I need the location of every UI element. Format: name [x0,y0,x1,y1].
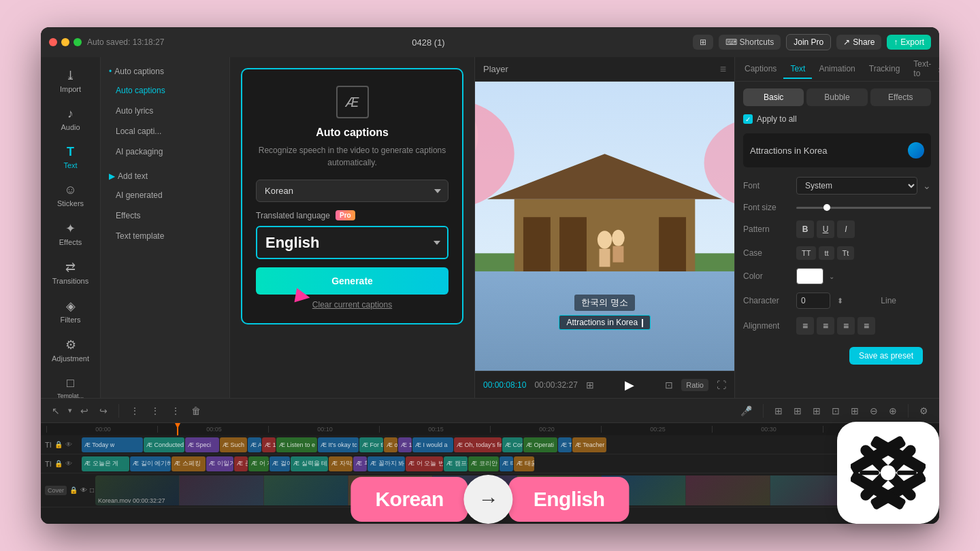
track-clip[interactable]: Æ 자막으 [329,456,353,471]
track-clip[interactable]: Æ Com [502,437,523,452]
share-button[interactable]: ↗ Share [836,35,881,50]
mic-button[interactable]: 🎤 [738,403,755,419]
track-clip[interactable]: Æ 태 [500,456,513,471]
align-center-button[interactable]: ≡ [817,317,834,335]
tool-audio[interactable]: ♪ Audio [45,101,97,137]
color-dropdown-icon[interactable]: ⌄ [829,273,834,280]
apply-all-checkbox[interactable]: ✓ [743,114,753,124]
color-swatch[interactable] [796,268,823,284]
track-clip[interactable]: Æ For tl [359,437,383,452]
export-button[interactable]: ↑ Export [887,35,931,50]
case-titlecase[interactable]: Tt [837,246,855,260]
play-button[interactable]: ▶ [625,378,634,393]
track-clip[interactable]: Æ Th [558,437,572,452]
add-text-section-header[interactable]: ▶ Add text [101,167,229,185]
track-clip[interactable]: Æ 어 자 [248,456,269,471]
sidebar-item-local-captions[interactable]: Local capti... [105,122,225,141]
english-language-select[interactable]: English [256,226,448,259]
font-expand-icon[interactable]: ⌄ [923,180,931,191]
style-tab-basic[interactable]: Basic [743,88,804,106]
style-tab-bubble[interactable]: Bubble [806,88,867,106]
align-justify-button[interactable]: ≡ [858,317,875,335]
track-clip[interactable]: Æ 1 [398,437,412,452]
track-clip[interactable]: Æ Such [220,437,247,452]
track-clip[interactable]: Æ 캠프를 [444,456,468,471]
style-tab-effects[interactable]: Effects [870,88,931,106]
track-clip[interactable]: Æ Today w [82,437,143,452]
settings-button[interactable]: ⚙ [917,403,931,419]
eye-icon[interactable]: 👁 [65,441,72,448]
fullscreen-icon[interactable]: ⛶ [717,380,726,390]
track-clip[interactable]: Æ 어 오늘 번께 게 [406,456,443,471]
track-clip[interactable]: Æ 이일거 [206,456,233,471]
tool-text[interactable]: T Text [45,139,97,175]
tl-action-2[interactable]: ⊞ [791,403,804,419]
tab-text[interactable]: Text [783,60,812,79]
track-clip[interactable]: Æ 오늘은 게 [82,456,129,471]
tab-animation[interactable]: Animation [812,60,862,79]
auto-captions-section-header[interactable]: • Auto captions [101,63,229,80]
fit-icon[interactable]: ⊡ [665,380,673,390]
track-clip[interactable]: Æ Speci [185,437,219,452]
delete-button[interactable]: 🗑 [189,403,203,419]
generate-button[interactable]: Generate [256,267,448,295]
tool-effects[interactable]: ✦ Effects [45,216,97,252]
track-clip[interactable]: Æ 길이 에기하 [130,456,171,471]
monitor-button[interactable]: ⊞ [693,35,713,50]
track-clip[interactable]: Æ 1 [262,437,276,452]
tl-action-6[interactable]: ⊖ [867,403,881,419]
video-lock-icon[interactable]: 🔒 [69,486,78,494]
video-strip[interactable]: Korean.mov 00:00:32:27 [95,475,939,505]
shortcuts-button[interactable]: ⌨ Shortcuts [719,35,781,50]
split-button[interactable]: ⋮ [127,403,142,419]
tool-transitions[interactable]: ⇄ Transitions [45,254,97,290]
character-input[interactable] [796,293,830,309]
track-clip[interactable]: Æ 걸어0 [270,456,290,471]
track-clip[interactable]: Æ 준 [234,456,248,471]
undo-button[interactable]: ↩ [78,403,91,419]
split-right-button[interactable]: ⋮ [168,403,183,419]
case-uppercase[interactable]: TT [796,246,816,260]
tool-stickers[interactable]: ☺ Stickers [45,178,97,213]
chapters-icon[interactable]: ⊞ [586,380,594,390]
track-clip[interactable]: Æ Listen to e [276,437,317,452]
tool-template[interactable]: □ Templat... [45,371,97,398]
minimize-button[interactable] [61,38,69,46]
lock-icon-2[interactable]: 🔒 [54,460,63,467]
align-right-button[interactable]: ≡ [837,317,855,335]
tl-action-5[interactable]: ⊞ [848,403,862,419]
font-size-slider[interactable] [796,207,931,209]
track-clip[interactable]: Æ I would a [412,437,453,452]
player-menu-icon[interactable]: ≡ [720,63,726,76]
join-pro-button[interactable]: Join Pro [786,34,831,50]
close-button[interactable] [49,38,57,46]
track-clip[interactable]: Æ 후 [353,456,367,471]
track-clip[interactable]: Æ or [384,437,397,452]
italic-button[interactable]: I [837,220,855,238]
font-select[interactable]: System [796,177,917,195]
bold-button[interactable]: B [796,220,814,238]
tab-tracking[interactable]: Tracking [862,60,907,79]
tab-text-to[interactable]: Text-to [906,57,938,84]
playhead[interactable] [177,423,178,435]
sidebar-item-auto-captions[interactable]: Auto captions [105,81,225,100]
select-mode-arrow[interactable]: ▾ [68,406,72,415]
sidebar-item-effects[interactable]: Effects [105,206,225,225]
tl-action-3[interactable]: ⊞ [810,403,823,419]
save-as-preset-button[interactable]: Save as preset [849,347,923,365]
tl-action-1[interactable]: ⊞ [772,403,785,419]
sidebar-item-auto-lyrics[interactable]: Auto lyrics [105,101,225,120]
tool-adjustment[interactable]: ⚙ Adjustment [45,332,97,368]
track-clip[interactable]: Æ Oh, today's first [454,437,502,452]
track-clip[interactable]: Æ 코리안 스 [468,456,499,471]
track-clip[interactable]: Æ Operati [523,437,557,452]
track-clip[interactable]: Æ 꼴까지 봐 [368,456,405,471]
maximize-button[interactable] [74,38,82,46]
language-select[interactable]: Korean [256,180,448,202]
track-clip[interactable]: Æ Conducted [144,437,184,452]
character-stepper[interactable]: ⬍ [837,297,843,305]
align-left-button[interactable]: ≡ [796,317,814,335]
track-clip[interactable]: Æ Att [248,437,261,452]
select-tool[interactable]: ↖ [49,403,63,419]
split-left-button[interactable]: ⋮ [148,403,163,419]
